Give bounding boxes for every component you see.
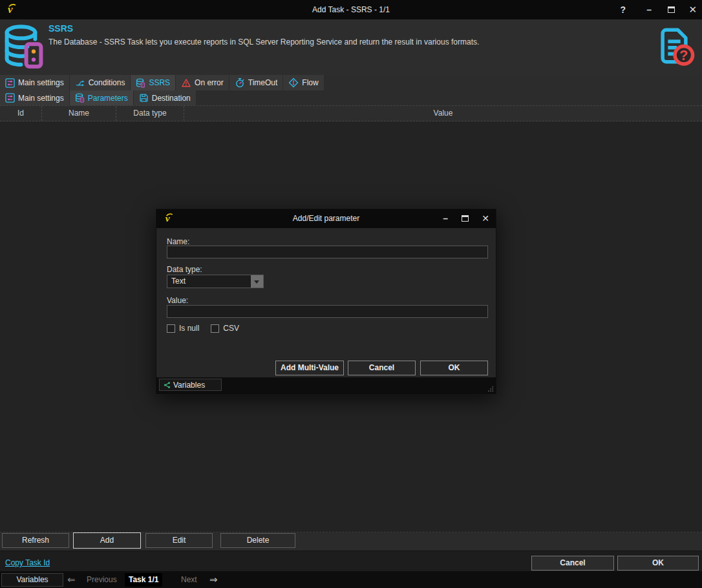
maximize-icon[interactable] [668,6,675,13]
subtab-destination[interactable]: Destination [134,90,197,105]
datatype-selected-value: Text [167,275,251,288]
database-device-icon [3,23,45,72]
column-header-id[interactable]: Id [0,106,42,121]
name-label: Name: [167,237,189,246]
task-header: SSRS The Database - SSRS Task lets you e… [0,19,702,75]
branch-icon [75,78,85,88]
close-icon[interactable]: ✕ [688,4,697,16]
database-icon [136,78,145,88]
previous-arrow-icon[interactable]: ⇐ [67,571,76,588]
add-edit-parameter-dialog: v Add/Edit parameter – ✕ Name: Data type… [156,209,496,394]
dialog-cancel-button[interactable]: Cancel [348,361,416,375]
task-description: The Database - SSRS Task lets you execut… [48,37,479,47]
add-multi-value-button[interactable]: Add Multi-Value [275,361,344,375]
save-icon [139,93,149,103]
next-button[interactable]: Next [181,571,197,588]
copy-task-id-link[interactable]: Copy Task Id [5,558,50,567]
cancel-button[interactable]: Cancel [531,556,614,571]
task-tabs: Main settings Conditions [0,75,702,90]
previous-button[interactable]: Previous [87,571,117,588]
svg-text:?: ? [679,47,688,63]
tab-label: Conditions [89,78,125,87]
dialog-titlebar: v Add/Edit parameter – ✕ [156,209,496,228]
dialog-resize-grip[interactable] [487,385,494,392]
value-label: Value: [167,296,188,305]
tab-label: Main settings [18,78,64,87]
value-input[interactable] [167,305,488,318]
stopwatch-icon [235,78,245,88]
tab-conditions[interactable]: Conditions [70,75,131,90]
add-task-window: v Add Task - SSRS - 1/1 ? – ✕ SSRS The D… [0,0,702,588]
chevron-down-icon[interactable] [251,275,263,288]
task-type-title: SSRS [48,23,73,34]
refresh-button[interactable]: Refresh [2,533,69,548]
tab-label: On error [195,78,224,87]
dialog-minimize-icon[interactable]: – [443,209,448,228]
datatype-select[interactable]: Text [167,275,264,288]
task-counter: Task 1/1 [125,573,162,587]
tab-label: Flow [302,78,318,87]
tab-label: Main settings [18,94,64,103]
dialog-close-icon[interactable]: ✕ [482,209,489,228]
is-null-checkbox[interactable]: Is null [167,324,199,333]
checkbox-label: CSV [223,324,239,333]
checkbox-label: Is null [179,324,199,333]
flow-diamond-icon [288,78,299,88]
ssrs-subtabstrip: Main settings Parameters [0,90,197,105]
add-button[interactable]: Add [73,532,141,549]
tab-label: Parameters [88,94,128,103]
delete-button[interactable]: Delete [220,533,295,548]
checkbox-box[interactable] [211,324,219,333]
checkbox-box[interactable] [167,324,175,333]
name-input[interactable] [167,246,488,258]
dialog-variables-label: Variables [173,381,205,390]
tab-label: Destination [152,94,191,103]
dialog-maximize-icon[interactable] [462,215,469,222]
sliders-icon [5,93,15,103]
column-header-datatype[interactable]: Data type [116,106,184,121]
checkbox-row: Is null CSV [167,324,239,333]
variables-tab[interactable]: Variables [1,573,63,587]
documentation-help-icon[interactable]: ? [653,25,696,67]
ok-button[interactable]: OK [617,556,699,571]
column-header-name[interactable]: Name [42,106,116,121]
warning-icon [181,78,191,88]
window-title: Add Task - SSRS - 1/1 [0,0,702,19]
dialog-variables-tab[interactable]: Variables [159,379,222,391]
tab-label: TimeOut [248,78,278,87]
parameters-grid-header: Id Name Data type Value [0,105,702,121]
tab-timeout[interactable]: TimeOut [229,75,284,90]
datatype-label: Data type: [167,265,202,274]
database-icon [75,93,85,103]
tab-ssrs[interactable]: SSRS [131,75,176,90]
dialog-bottom-bar: Variables [156,377,496,394]
tab-label: SSRS [149,78,170,87]
task-tabstrip: Main settings Conditions [0,75,324,90]
minimize-icon[interactable]: – [646,5,652,15]
edit-button[interactable]: Edit [145,533,213,548]
window-footer: Copy Task Id Cancel OK [0,551,702,571]
variables-icon [164,381,171,389]
csv-checkbox[interactable]: CSV [211,324,239,333]
status-bar: Variables ⇐ Previous Task 1/1 Next ⇒ [0,571,702,588]
window-titlebar: v Add Task - SSRS - 1/1 ? – ✕ [0,0,702,19]
next-arrow-icon[interactable]: ⇒ [209,571,218,588]
subtab-parameters[interactable]: Parameters [70,90,134,105]
sliders-icon [5,78,15,88]
dialog-ok-button[interactable]: OK [420,361,488,375]
help-icon[interactable]: ? [620,5,626,15]
ssrs-subtabs: Main settings Parameters [0,90,702,105]
tab-flow[interactable]: Flow [283,75,324,90]
tab-main-settings[interactable]: Main settings [0,75,70,90]
tab-on-error[interactable]: On error [176,75,229,90]
subtab-main-settings[interactable]: Main settings [0,90,70,105]
column-header-value[interactable]: Value [184,106,702,121]
